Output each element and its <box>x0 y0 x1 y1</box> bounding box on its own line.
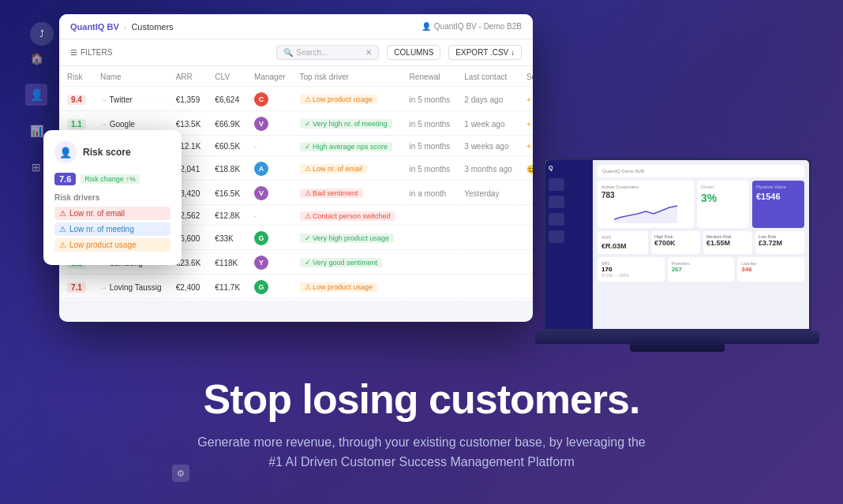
risk-score-card: 👤 Risk score 7.6 Risk change ↑% Risk dri… <box>43 130 182 265</box>
search-icon: 🔍 <box>283 48 293 57</box>
col-clv: CLV <box>208 68 246 87</box>
cell-last-contact: 3 months ago <box>458 158 519 181</box>
search-clear-icon[interactable]: ✕ <box>365 48 372 57</box>
risk-card-header: 👤 Risk score <box>54 141 170 163</box>
dash-topbar: QuantIQ Demo B2B <box>598 165 804 177</box>
cell-renewal <box>403 252 457 274</box>
risk-card-icon: 👤 <box>54 141 77 163</box>
cell-manager: A <box>248 158 291 181</box>
share-icon[interactable]: ⤴ <box>30 22 54 46</box>
cell-renewal: in a month <box>403 182 457 205</box>
cell-sentiment <box>520 207 533 226</box>
laptop-base <box>535 331 819 344</box>
driver-product: ⚠ Low product usage <box>54 238 170 252</box>
filter-icon: ☰ <box>70 48 77 57</box>
col-renewal: Renewal <box>403 68 457 87</box>
cell-clv: €66.9K <box>208 113 246 136</box>
cell-clv: €60.5K <box>208 137 246 156</box>
cell-sentiment <box>520 227 533 250</box>
table-header-row: Risk Name ARR CLV Manager Top risk drive… <box>61 68 533 87</box>
cell-renewal: in 5 months <box>403 158 457 181</box>
cell-clv: €11.7K <box>208 276 246 299</box>
cell-manager: G <box>248 227 291 250</box>
cell-manager: - <box>248 137 291 156</box>
cell-manager: V <box>248 182 291 205</box>
cell-manager: G <box>248 276 291 299</box>
sidebar-icon-home[interactable]: 🏠 <box>25 47 47 69</box>
cell-sentiment: + <box>520 88 533 111</box>
col-arr: ARR <box>170 68 208 87</box>
cell-driver: ✓ Very high product usage <box>294 227 402 250</box>
col-driver: Top risk driver <box>294 68 402 87</box>
table-row[interactable]: 9.4 → Twitter €1,359 €6,624 C ⚠ Low prod… <box>61 88 533 111</box>
driver-email: ⚠ Low nr. of email <box>54 207 170 220</box>
risk-score-value: 7.6 <box>54 173 76 185</box>
driver-product-icon: ⚠ <box>59 241 66 249</box>
table-row[interactable]: 7.1 → Loving Taussig €2,400 €11.7K G ⚠ L… <box>61 276 533 299</box>
columns-button[interactable]: COLUMNS <box>387 45 440 60</box>
dash-churn-label: Churn <box>701 185 745 189</box>
dash-chart: Active Customers 783 <box>598 181 694 228</box>
dash-sidebar: Q <box>545 160 593 329</box>
cell-renewal <box>403 227 457 250</box>
cell-last-contact <box>458 227 519 250</box>
dash-arr-label: ARR <box>601 235 644 240</box>
dash-churn-card: Churn 3% <box>697 181 749 228</box>
filter-button[interactable]: ☰ FILTERS <box>70 48 112 57</box>
arrow-icon: → <box>100 96 107 104</box>
dash-nav-3 <box>549 213 564 226</box>
driver-email-icon: ⚠ <box>59 209 66 218</box>
cell-risk: 7.1 <box>61 276 92 299</box>
user-icon: 👤 <box>422 22 431 31</box>
cell-sentiment: + <box>520 137 533 156</box>
dash-bottom-row: NPS 170 97.6% → 100% Promoters 267 Last … <box>598 257 804 282</box>
cell-last-contact: Yesterday <box>458 182 519 205</box>
brand-label[interactable]: QuantIQ BV <box>70 22 119 32</box>
subtext-line2: #1 AI Driven Customer Success Management… <box>268 455 575 469</box>
cell-clv: €6,624 <box>208 88 246 111</box>
col-risk: Risk <box>61 68 92 87</box>
subtext: Generate more revenue, through your exis… <box>0 432 843 472</box>
cell-renewal <box>403 276 457 299</box>
risk-score-row: 7.6 Risk change ↑% <box>54 173 170 185</box>
cell-sentiment <box>520 252 533 274</box>
export-button[interactable]: EXPORT .CSV ↓ <box>448 45 522 60</box>
cell-last-contact <box>458 252 519 274</box>
dash-arr-card: ARR €R.03M <box>598 231 648 254</box>
cell-manager: V <box>248 113 291 136</box>
cell-driver: ⚠ Low nr. of email <box>294 158 402 181</box>
cell-last-contact: 1 week ago <box>458 113 519 136</box>
dash-chart-label: Active Customers <box>601 185 690 189</box>
arrow-icon: → <box>100 284 107 292</box>
dash-med-risk-card: Medium Risk €1.55M <box>703 231 752 254</box>
cell-clv: €33K <box>208 227 246 250</box>
dash-active-customers: 783 <box>601 191 690 200</box>
cell-last-contact <box>458 276 519 299</box>
dash-detractors-value: 346 <box>741 266 800 273</box>
dash-progress: 97.6% → 100% <box>601 273 661 278</box>
risk-drivers-label: Risk drivers <box>54 193 170 202</box>
laptop-screen: Q QuantIQ Demo B2B Active Customers 783 <box>543 158 811 331</box>
cell-renewal <box>403 207 457 226</box>
page-label: Customers <box>131 22 173 32</box>
dashboard: Q QuantIQ Demo B2B Active Customers 783 <box>545 160 809 329</box>
dash-pipeline-card: Pipeline Value €1546 <box>752 181 804 228</box>
cell-risk: 9.4 <box>61 88 92 111</box>
col-manager: Manager <box>248 68 291 87</box>
driver-meeting: ⚠ Low nr. of meeting <box>54 222 170 236</box>
cell-name: → Twitter <box>94 88 168 111</box>
cell-last-contact: 3 weeks ago <box>458 137 519 156</box>
cell-driver: ✓ Very high nr. of meeting <box>294 113 402 136</box>
dash-low-risk-card: Low Risk £3.72M <box>755 231 804 254</box>
dash-promoters-value: 267 <box>672 266 731 273</box>
dash-high-risk-card: High Risk €700K <box>651 231 700 254</box>
dash-med-risk-value: €1.55M <box>706 239 749 247</box>
dash-nav-1 <box>549 178 564 191</box>
app-topbar: QuantIQ BV › Customers 👤 QuantIQ BV - De… <box>59 14 533 39</box>
search-bar[interactable]: 🔍 Search... ✕ <box>276 45 379 60</box>
cell-last-contact: 2 days ago <box>458 88 519 111</box>
customers-chart <box>601 200 690 223</box>
dash-nav-2 <box>549 196 564 208</box>
sidebar-icon-users[interactable]: 👤 <box>25 84 47 106</box>
laptop-container: Q QuantIQ Demo B2B Active Customers 783 <box>535 158 819 352</box>
